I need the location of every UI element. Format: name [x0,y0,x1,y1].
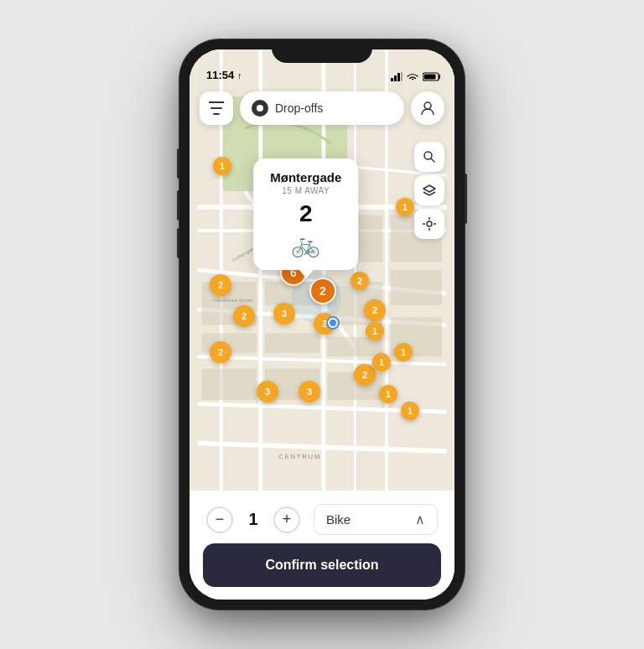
top-bar: Drop-offs [200,91,444,125]
svg-rect-46 [424,75,436,80]
map-pin[interactable]: 2 [233,305,255,327]
svg-rect-43 [397,73,400,81]
map-pin[interactable]: 2 [364,299,386,321]
chevron-up-icon: ∧ [415,511,425,527]
svg-rect-44 [401,72,402,81]
svg-line-35 [431,158,434,162]
dropoffs-icon [252,100,268,117]
svg-point-36 [427,221,432,226]
popup-distance: 15 M AWAY [270,186,341,195]
map-pin[interactable]: 1 [396,198,414,216]
svg-point-33 [424,102,431,109]
quantity-decrease-button[interactable]: − [206,506,233,533]
location-popup[interactable]: Møntergade 15 M AWAY 2 🚲 [253,158,358,270]
confirm-label: Confirm selection [265,558,378,573]
battery-icon [423,72,441,81]
svg-rect-22 [391,270,442,305]
map-pin[interactable]: 1 [372,353,391,371]
map-pin[interactable]: 1 [394,343,413,361]
vehicle-type-label: Bike [326,512,351,527]
svg-rect-41 [391,78,393,81]
wifi-icon [407,73,418,81]
arrow-icon: ↑ [237,70,242,80]
map-pin[interactable]: 2 [351,272,369,290]
map-pin[interactable]: 3 [299,381,320,402]
map-pin-active[interactable]: 2 [309,278,336,304]
user-location-dot [326,316,340,330]
phone-frame: CENTRUM Gothersgate Vaissenhus Apotek 1 … [179,39,465,610]
svg-rect-18 [264,333,319,352]
layers-icon [423,184,436,196]
map-pin[interactable]: 2 [354,364,376,386]
map-pin[interactable]: 1 [366,322,384,340]
dropoffs-button[interactable]: Drop-offs [240,91,404,125]
status-icons [391,72,441,81]
popup-station-name: Møntergade [270,170,341,184]
quantity-increase-button[interactable]: + [273,506,300,533]
phone-mockup: CENTRUM Gothersgate Vaissenhus Apotek 1 … [179,39,465,610]
confirm-selection-button[interactable]: Confirm selection [203,543,441,587]
vehicle-selector[interactable]: Bike ∧ [314,504,438,535]
quantity-value: 1 [245,510,262,529]
quantity-controls: − 1 + [206,506,300,533]
filter-icon [209,101,224,115]
search-icon [423,150,436,164]
search-map-button[interactable] [414,142,444,172]
svg-point-32 [257,105,263,112]
popup-bike-count: 2 [270,202,341,226]
svg-text:Gothersgate: Gothersgate [231,246,256,263]
status-time: 11:54 ↑ [206,69,391,81]
profile-icon [420,101,435,116]
location-icon [423,217,436,231]
quantity-row: − 1 + Bike ∧ [190,491,454,543]
bottom-panel: − 1 + Bike ∧ Confirm selection [190,491,454,600]
map-area: CENTRUM Gothersgate Vaissenhus Apotek 1 … [190,49,454,491]
svg-text:Vaissenhus Apotek: Vaissenhus Apotek [213,298,253,303]
map-pin[interactable]: 2 [210,341,231,363]
filter-button[interactable] [200,91,233,125]
map-pin[interactable]: 1 [213,157,231,175]
svg-rect-26 [201,368,257,400]
signal-icon [391,72,402,81]
map-pin[interactable]: 1 [379,385,397,403]
map-pin[interactable]: 2 [210,274,231,296]
time-display: 11:54 [206,69,234,81]
svg-text:CENTRUM: CENTRUM [278,453,321,460]
phone-screen: CENTRUM Gothersgate Vaissenhus Apotek 1 … [190,49,454,600]
dropoffs-label: Drop-offs [275,101,323,115]
my-location-button[interactable] [414,209,444,239]
map-pin[interactable]: 3 [257,381,278,402]
map-pin[interactable]: 3 [273,303,295,324]
svg-rect-42 [394,75,397,81]
map-pin[interactable]: 1 [401,402,419,420]
layers-button[interactable] [414,175,444,205]
circle-icon [255,103,265,113]
map-controls [414,142,444,239]
bike-icon: 🚲 [270,231,341,258]
notch [272,39,372,63]
profile-button[interactable] [411,91,444,125]
